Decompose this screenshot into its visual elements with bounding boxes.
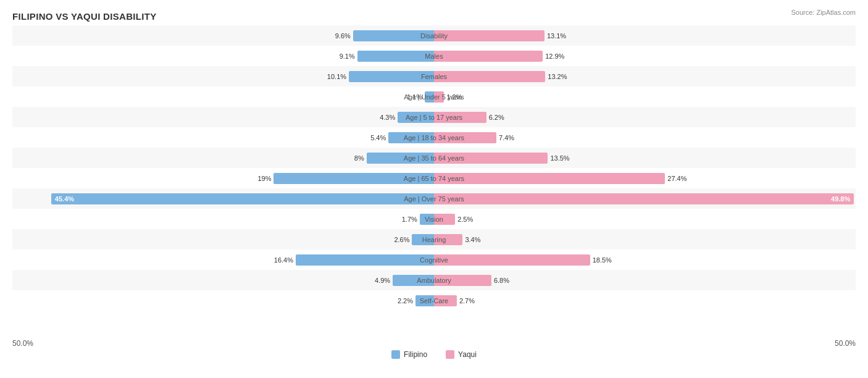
bar-label: Age | Under 5 years	[404, 93, 464, 101]
bar-row: 10.1%13.2%Females	[12, 66, 856, 86]
value-right: 12.9%	[545, 52, 564, 60]
left-section: 9.6%	[12, 25, 434, 46]
chart-area: 9.6%13.1%Disability9.1%12.9%Males10.1%13…	[12, 25, 856, 337]
right-section: 1.2%	[434, 86, 856, 107]
bar-label: Vision	[425, 216, 443, 223]
bar-label: Age | 18 to 34 years	[404, 134, 464, 141]
bar-blue: 45.4%	[51, 193, 434, 204]
value-left: 9.6%	[335, 32, 351, 40]
bar-row: 9.1%12.9%Males	[12, 46, 856, 66]
bar-label: Ambulatory	[417, 277, 451, 284]
right-section: 27.4%	[434, 168, 856, 188]
right-section: 13.1%	[434, 25, 856, 46]
value-left: 2.2%	[398, 297, 413, 304]
value-left: 4.9%	[375, 277, 390, 284]
left-section: 1.7%	[12, 209, 434, 229]
axis-right: 50.0%	[835, 339, 856, 348]
left-section: 5.4%	[12, 127, 434, 148]
left-section: 19%	[12, 168, 434, 188]
bar-pink: 49.8%	[434, 193, 854, 204]
right-section: 3.4%	[434, 229, 856, 250]
left-section: 2.2%	[12, 290, 434, 311]
left-section: 1.1%	[12, 86, 434, 107]
chart-container: FILIPINO VS YAQUI DISABILITY Source: Zip…	[0, 0, 868, 378]
bar-row: 4.3%6.2%Age | 5 to 17 years	[12, 107, 856, 127]
right-section: 7.4%	[434, 127, 856, 148]
bar-label: Age | 5 to 17 years	[406, 114, 462, 121]
bar-label: Cognitive	[420, 256, 448, 264]
left-section: 4.9%	[12, 270, 434, 290]
bar-row: 2.2%2.7%Self-Care	[12, 290, 856, 311]
bar-label: Age | 35 to 64 years	[404, 154, 464, 162]
value-right: 3.4%	[465, 236, 480, 243]
left-section: 2.6%	[12, 229, 434, 250]
bottom-axis: 50.0% 50.0%	[12, 339, 856, 348]
left-section: 10.1%	[12, 66, 434, 86]
left-section: 4.3%	[12, 107, 434, 127]
bar-row: 5.4%7.4%Age | 18 to 34 years	[12, 127, 856, 148]
legend-yaqui: Yaqui	[446, 350, 477, 359]
source-label: Source: ZipAtlas.com	[791, 9, 856, 16]
right-section: 6.8%	[434, 270, 856, 290]
value-right: 18.5%	[593, 256, 612, 264]
value-right: 13.5%	[550, 154, 569, 162]
bar-row: 9.6%13.1%Disability	[12, 25, 856, 46]
value-left: 1.7%	[402, 216, 417, 223]
bar-pink	[434, 51, 543, 62]
legend: Filipino Yaqui	[12, 350, 856, 359]
bar-row: 16.4%18.5%Cognitive	[12, 250, 856, 270]
value-right: 7.4%	[499, 134, 514, 141]
bar-row: 1.1%1.2%Age | Under 5 years	[12, 86, 856, 107]
right-section: 12.9%	[434, 46, 856, 66]
left-section: 16.4%	[12, 250, 434, 270]
value-right: 6.8%	[494, 277, 509, 284]
value-left: 16.4%	[274, 256, 293, 264]
bar-row: 19%27.4%Age | 65 to 74 years	[12, 168, 856, 188]
value-left: 5.4%	[370, 134, 386, 141]
bar-pink	[434, 71, 545, 82]
value-left: 19%	[257, 175, 271, 182]
bar-label: Age | Over 75 years	[404, 195, 464, 203]
bar-blue	[357, 51, 434, 62]
value-right: 13.1%	[547, 32, 566, 40]
bar-label: Males	[425, 52, 443, 60]
right-section: 2.7%	[434, 290, 856, 311]
bar-pink	[434, 254, 590, 266]
value-right: 13.2%	[548, 73, 567, 80]
right-section: 13.5%	[434, 148, 856, 168]
bar-row: 2.6%3.4%Hearing	[12, 229, 856, 250]
bar-row: 45.4%49.8%Age | Over 75 years	[12, 188, 856, 209]
value-left: 2.6%	[394, 236, 409, 243]
left-section: 9.1%	[12, 46, 434, 66]
right-section: 6.2%	[434, 107, 856, 127]
value-right: 2.5%	[457, 216, 473, 223]
bar-label: Age | 65 to 74 years	[404, 175, 464, 182]
right-section: 13.2%	[434, 66, 856, 86]
bar-row: 4.9%6.8%Ambulatory	[12, 270, 856, 290]
bar-blue	[296, 254, 434, 266]
chart-title: FILIPINO VS YAQUI DISABILITY	[12, 11, 856, 22]
value-right: 2.7%	[459, 297, 475, 304]
bar-pink	[434, 173, 665, 184]
bar-label: Self-Care	[420, 297, 448, 304]
left-section: 45.4%	[12, 188, 434, 209]
value-left: 9.1%	[340, 52, 355, 60]
value-right: 6.2%	[489, 114, 504, 121]
value-inside-left: 45.4%	[55, 195, 74, 203]
bar-pink	[434, 30, 545, 41]
value-left: 8%	[354, 154, 364, 162]
bar-row: 8%13.5%Age | 35 to 64 years	[12, 148, 856, 168]
value-left: 10.1%	[327, 73, 346, 80]
left-section: 8%	[12, 148, 434, 168]
legend-label-yaqui: Yaqui	[458, 350, 477, 359]
right-section: 2.5%	[434, 209, 856, 229]
legend-box-filipino	[391, 350, 400, 359]
right-section: 18.5%	[434, 250, 856, 270]
legend-box-yaqui	[446, 350, 454, 359]
value-right: 27.4%	[667, 175, 686, 182]
axis-left: 50.0%	[12, 339, 33, 348]
legend-label-filipino: Filipino	[404, 350, 427, 359]
bar-row: 1.7%2.5%Vision	[12, 209, 856, 229]
bar-label: Disability	[420, 32, 448, 40]
bar-label: Hearing	[422, 236, 446, 243]
